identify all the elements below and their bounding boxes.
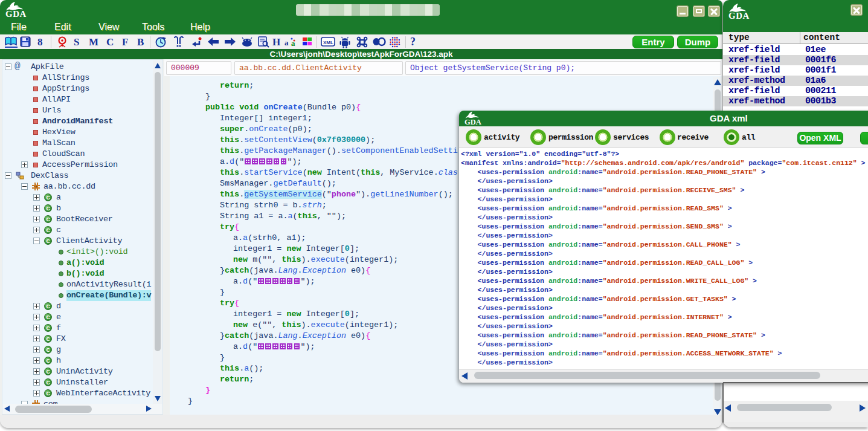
svg-text:a: a: [291, 39, 295, 48]
svg-text:GDA: GDA: [728, 11, 750, 21]
svg-text:GDA: GDA: [465, 118, 481, 126]
svg-text:GDA: GDA: [5, 9, 27, 19]
svg-text:XML: XML: [323, 40, 333, 45]
svg-text:a: a: [285, 38, 289, 47]
